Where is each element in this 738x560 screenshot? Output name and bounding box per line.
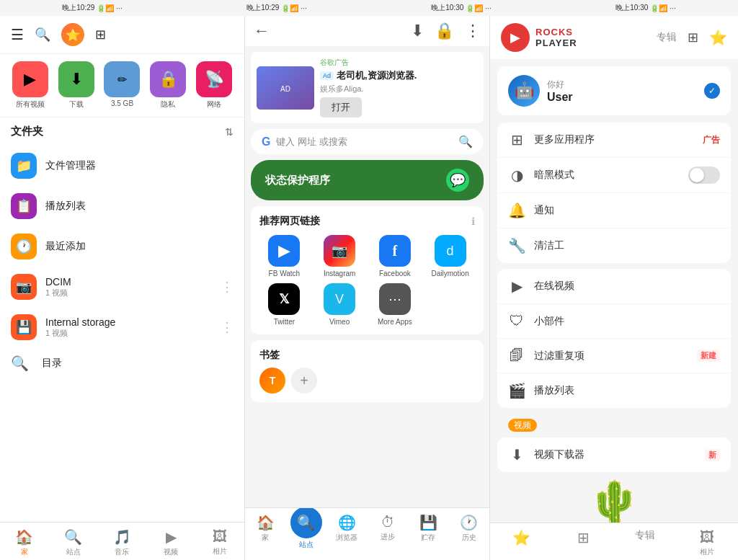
sites-label: 站点	[66, 547, 81, 557]
internal-dots[interactable]: ⋮	[221, 319, 234, 335]
sort-icon[interactable]: ⇅	[225, 126, 234, 138]
search-go-icon[interactable]: 🔍	[458, 135, 473, 148]
right-bottom-nav: ⭐ ⊞ 专辑 🖼 相片	[490, 523, 738, 560]
browser-search[interactable]: G 键入 网址 或搜索 🔍	[251, 129, 484, 154]
main-layout: ☰ 🔍 ⭐ ⊞ ▶ 所有视频 ⬇ 下载 ✏ 3.5 GB 🔒 隐私	[0, 16, 738, 560]
rec-header: 推荐网页链接 ℹ	[259, 215, 475, 228]
dailymotion-icon: d	[435, 235, 466, 267]
menu-more-apps[interactable]: ⊞ 更多应用程序 广告	[497, 123, 731, 158]
left-header: ☰ 🔍 ⭐ ⊞	[0, 16, 244, 54]
cleaner-icon: 🔧	[508, 237, 525, 254]
photos-label: 相片	[213, 546, 227, 556]
vimeo-label: Vimeo	[329, 318, 350, 326]
whatsapp-icon: 💬	[446, 169, 469, 192]
dark-mode-toggle[interactable]	[688, 166, 720, 184]
rocks-logo-icon: ▶	[501, 23, 530, 52]
left-nav-video[interactable]: ▶ 视频	[146, 528, 195, 557]
rec-twitter[interactable]: 𝕏 Twitter	[259, 283, 309, 326]
rec-facebook[interactable]: f Facebook	[370, 235, 420, 277]
online-video-label: 在线视频	[534, 280, 720, 293]
bookmark-icons: T +	[259, 368, 475, 394]
left-nav-sites[interactable]: 🔍 站点	[49, 528, 98, 557]
recent-name: 最近添加	[45, 240, 234, 253]
qa-private[interactable]: 🔒 隐私	[148, 61, 187, 110]
menu-dark-mode[interactable]: ◑ 暗黑模式	[497, 158, 731, 193]
dark-mode-label: 暗黑模式	[534, 169, 680, 182]
left-nav-photos[interactable]: 🖼 相片	[195, 528, 244, 557]
back-icon[interactable]: ←	[254, 22, 270, 40]
folders-section: 文件夹 ⇅ 📁 文件管理器 📋 播放列表 🕐 最近添加	[0, 117, 244, 522]
dcim-dots[interactable]: ⋮	[221, 279, 234, 295]
qa-network[interactable]: 📡 网络	[195, 61, 234, 110]
left-nav-home[interactable]: 🏠 家	[0, 528, 49, 557]
protection-status[interactable]: 状态保护程序 💬	[251, 160, 484, 200]
right-nav-grid[interactable]: ⊞	[552, 529, 614, 557]
rec-info-icon[interactable]: ℹ	[471, 215, 475, 227]
browser-nav-sites[interactable]: 🔍 站点	[286, 507, 327, 550]
rec-more-apps[interactable]: ⋯ More Apps	[370, 283, 420, 326]
menu-video-downloader[interactable]: ⬇ 视频下载器 新	[497, 437, 731, 472]
hamburger-icon[interactable]: ☰	[11, 26, 24, 43]
video-downloader-badge: 新	[705, 449, 720, 461]
rec-title: 推荐网页链接	[259, 215, 320, 228]
fb-watch-icon: ▶	[268, 235, 300, 267]
lock-icon[interactable]: 🔒	[435, 22, 454, 40]
menu-playlist[interactable]: 🎬 播放列表	[497, 373, 731, 408]
playlist-menu-label: 播放列表	[534, 384, 720, 397]
dcim-info: DCIM 1 视频	[45, 276, 212, 298]
rec-fb-watch[interactable]: ▶ FB Watch	[259, 235, 309, 277]
b-storage-icon: 💾	[419, 514, 437, 531]
folder-directory[interactable]: 🔍 目录	[11, 347, 234, 379]
qa-all-videos-label: 所有视频	[16, 99, 45, 110]
folder-dcim[interactable]: 📷 DCIM 1 视频 ⋮	[11, 267, 234, 307]
protection-label: 状态保护程序	[265, 174, 330, 187]
sites-search-btn[interactable]: 🔍	[290, 507, 322, 538]
menu-widget[interactable]: 🛡 小部件	[497, 304, 731, 339]
cleaner-label: 清洁工	[534, 239, 720, 252]
qa-size-label: 3.5 GB	[111, 99, 133, 107]
browser-menu-icon[interactable]: ⋮	[465, 22, 481, 40]
menu-filter-duplicates[interactable]: 🗐 过滤重复项 新建	[497, 339, 731, 373]
menu-cleaner[interactable]: 🔧 清洁工	[497, 228, 731, 263]
rec-vimeo[interactable]: V Vimeo	[315, 283, 365, 326]
rec-instagram[interactable]: 📷 Instagram	[315, 235, 365, 277]
download-icon[interactable]: ⬇	[411, 22, 424, 40]
rocks-star-icon[interactable]: ⭐	[709, 29, 727, 46]
right-nav-album[interactable]: 专辑	[614, 529, 676, 557]
menu-notifications[interactable]: 🔔 通知	[497, 193, 731, 228]
notifications-icon: 🔔	[508, 202, 525, 219]
menu-online-video[interactable]: ▶ 在线视频	[497, 269, 731, 304]
user-section: 🤖 你好 User ✓	[497, 66, 731, 115]
browser-bottom-nav: 🏠 家 🔍 站点 🌐 浏览器 ⏱ 进步 💾 贮存 🕐 历史	[245, 507, 489, 560]
ad-open-button[interactable]: 打开	[320, 97, 362, 117]
browser-nav-browser[interactable]: 🌐 浏览器	[326, 514, 368, 557]
search-input[interactable]: 键入 网址 或搜索	[276, 135, 453, 148]
browser-nav-history[interactable]: 🕐 历史	[449, 514, 490, 557]
browser-header: ← ⬇ 🔒 ⋮	[245, 16, 489, 46]
rec-dailymotion[interactable]: d Dailymotion	[425, 235, 475, 277]
b-history-icon: 🕐	[460, 514, 478, 531]
browser-nav-home[interactable]: 🏠 家	[245, 514, 286, 557]
qa-all-videos[interactable]: ▶ 所有视频	[11, 61, 50, 110]
right-nav-star[interactable]: ⭐	[490, 529, 552, 557]
search-icon[interactable]: 🔍	[35, 27, 50, 43]
quick-access-row: ▶ 所有视频 ⬇ 下载 ✏ 3.5 GB 🔒 隐私 📡 网络	[0, 54, 244, 117]
toggle-knob	[690, 168, 704, 182]
facebook-label: Facebook	[379, 270, 411, 277]
size-icon: ✏	[104, 61, 140, 97]
left-nav-music[interactable]: 🎵 音乐	[98, 528, 147, 557]
bookmark-item-1[interactable]: T	[259, 368, 285, 394]
star-button[interactable]: ⭐	[61, 23, 84, 46]
folder-internal[interactable]: 💾 Internal storage 1 视频 ⋮	[11, 307, 234, 347]
rocks-grid-icon[interactable]: ⊞	[688, 30, 698, 45]
browser-nav-progress[interactable]: ⏱ 进步	[368, 514, 409, 557]
qa-size[interactable]: ✏ 3.5 GB	[103, 61, 142, 110]
folder-recent[interactable]: 🕐 最近添加	[11, 226, 234, 267]
right-nav-photos[interactable]: 🖼 相片	[676, 529, 738, 557]
folder-playlist[interactable]: 📋 播放列表	[11, 186, 234, 226]
grid-icon[interactable]: ⊞	[95, 27, 106, 43]
qa-downloads[interactable]: ⬇ 下载	[57, 61, 96, 110]
folder-file-manager[interactable]: 📁 文件管理器	[11, 146, 234, 186]
bookmark-add[interactable]: +	[291, 368, 317, 394]
browser-nav-storage[interactable]: 💾 贮存	[408, 514, 449, 557]
